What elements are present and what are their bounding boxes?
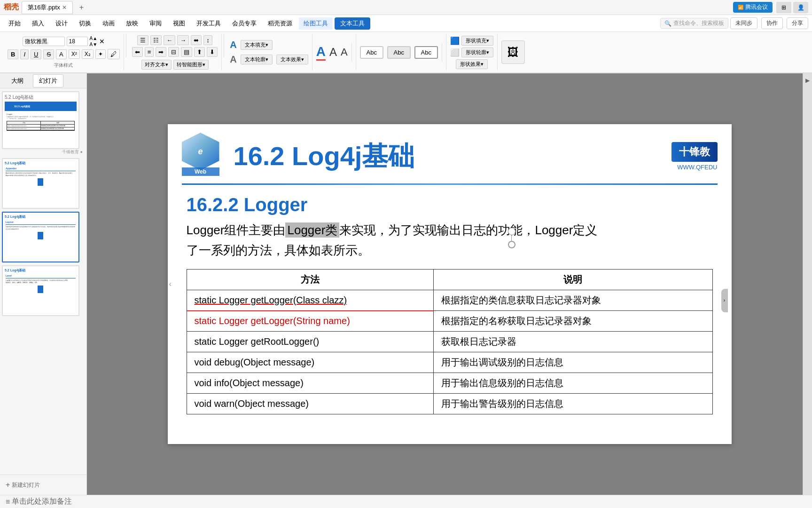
text-style-large-a[interactable]: A xyxy=(316,44,326,61)
menu-insert[interactable]: 插入 xyxy=(27,17,49,30)
wps-logo[interactable]: 稻壳 xyxy=(4,2,19,12)
font-size-up-btn[interactable]: A▲ xyxy=(90,36,98,41)
slide-canvas[interactable]: e Web 16.2 Log4j基础 十锋教 WWW.QFEDU xyxy=(168,124,732,444)
bullet-list-btn[interactable]: ☰ xyxy=(137,35,148,45)
insert-image-btn[interactable]: 🖼 xyxy=(501,40,525,64)
window-controls: ⊞ 👤 xyxy=(776,2,808,13)
italic-btn[interactable]: I xyxy=(20,49,29,59)
menu-playback[interactable]: 放映 xyxy=(121,17,143,30)
font-name-input[interactable] xyxy=(23,37,65,46)
right-collapse-handle[interactable]: › xyxy=(721,289,728,312)
superscript-btn[interactable]: X² xyxy=(69,49,80,59)
slides-list: 5.2 Log4j基础 16.2 Log4j基础 Logger Logger组件… xyxy=(0,88,86,475)
menu-devtools[interactable]: 开发工具 xyxy=(192,17,226,30)
align-center-btn[interactable]: ≡ xyxy=(145,47,154,57)
add-note-btn[interactable]: ≡ 单击此处添加备注 xyxy=(6,497,72,507)
left-scroll-indicator[interactable]: ‹ xyxy=(169,280,172,288)
align-right-btn[interactable]: ➡ xyxy=(156,47,166,57)
menu-view[interactable]: 视图 xyxy=(168,17,190,30)
menu-text-tools[interactable]: 文本工具 xyxy=(335,17,370,30)
menu-design[interactable]: 设计 xyxy=(51,17,72,30)
font-highlight-btn[interactable]: 🖊 xyxy=(108,49,120,59)
shape-effect-btn[interactable]: 形状效果▾ xyxy=(456,59,488,69)
slide-thumb-4[interactable]: 5.2 Log4j基础 Level Log4j通过Level类来定义日志级别,不… xyxy=(2,265,85,316)
slide-thumb-1[interactable]: 5.2 Log4j基础 16.2 Log4j基础 Logger Logger组件… xyxy=(2,91,85,155)
section-title-container: 16.2.2 Logger xyxy=(168,189,732,218)
right-panel-handle[interactable]: ▶ xyxy=(805,77,810,84)
ribbon-divider-4 xyxy=(442,43,442,62)
tab-close-btn[interactable]: ✕ xyxy=(62,4,67,11)
font-size-input[interactable] xyxy=(67,37,88,46)
abc-style-2[interactable]: Abc xyxy=(387,46,411,59)
doc-tab[interactable]: 第16章.pptx ✕ xyxy=(22,1,73,14)
outline-tab[interactable]: 大纲 xyxy=(6,75,29,87)
menu-start[interactable]: 开始 xyxy=(4,17,25,30)
indent-decrease-btn[interactable]: ← xyxy=(164,35,175,45)
menu-review[interactable]: 审阅 xyxy=(145,17,166,30)
abc-style-3[interactable]: Abc xyxy=(414,46,438,59)
new-tab-btn[interactable]: + xyxy=(76,1,87,14)
tencent-meeting-btn[interactable]: 📶 腾讯会议 xyxy=(733,2,773,13)
resize-handle[interactable] xyxy=(508,241,515,248)
menu-drawing-tools[interactable]: 绘图工具 xyxy=(299,17,333,30)
slide-preview-2: Appender Appender组件主要负责将日志信息追加到不同的地方,例如:… xyxy=(5,166,77,206)
menu-daoke[interactable]: 稻壳资源 xyxy=(263,17,297,30)
shape-fill-btn[interactable]: 形状填充▾ xyxy=(461,36,493,46)
font-size-down-btn[interactable]: A▼ xyxy=(90,42,98,47)
table-row-1[interactable]: static Logger getLogger(Class clazz) 根据指… xyxy=(187,290,712,310)
shape-outline-btn[interactable]: 形状轮廓▾ xyxy=(461,48,493,57)
rotation-handle[interactable] xyxy=(508,228,515,235)
logo-hexagon: e xyxy=(182,133,219,170)
menu-search-box[interactable]: 🔍 查找命令、搜索模板 xyxy=(660,18,728,29)
underline-btn[interactable]: U xyxy=(31,49,41,59)
text-style-medium-a[interactable]: A xyxy=(329,46,337,59)
sync-btn[interactable]: 未同步 xyxy=(730,17,757,29)
smart-shape-btn[interactable]: 转智能图形▾ xyxy=(173,60,209,70)
collab-btn[interactable]: 协作 xyxy=(761,17,783,29)
align-text-btn[interactable]: 对齐文本▾ xyxy=(141,60,172,70)
vert-justify-btn[interactable]: ⬇ xyxy=(207,47,218,57)
search-placeholder: 查找命令、搜索模板 xyxy=(673,19,724,27)
table-row-5[interactable]: void info(Object message) 用于输出信息级别的日志信息 xyxy=(187,373,712,393)
text-outline-btn[interactable]: 文本轮廓▾ xyxy=(241,55,273,64)
strikethrough-btn[interactable]: S xyxy=(43,49,54,59)
section-title[interactable]: 16.2.2 Logger xyxy=(187,194,713,215)
col-layout-btn[interactable]: ▤ xyxy=(181,47,192,57)
ribbon-para-row3: 对齐文本▾ 转智能图形▾ xyxy=(141,60,209,70)
menu-switch[interactable]: 切换 xyxy=(74,17,96,30)
table-row-4[interactable]: void debug(Object message) 用于输出调试级别的日志信息 xyxy=(187,352,712,373)
numbered-list-btn[interactable]: ☷ xyxy=(150,35,162,45)
text-style-small-a[interactable]: A xyxy=(341,46,348,58)
clear-format-btn[interactable]: ✕ xyxy=(99,38,105,45)
ribbon: A▲ A▼ ✕ B I U S A X² X₂ ✦ 🖊 字体样式 ☰ ☷ ← →… xyxy=(0,32,812,73)
text-fill-btn[interactable]: 文本填充▾ xyxy=(241,40,273,50)
line-spacing-btn[interactable]: ↕ xyxy=(203,35,212,45)
vert-align-btn[interactable]: ⬆ xyxy=(194,47,205,57)
user-avatar[interactable]: 👤 xyxy=(793,2,808,13)
abc-style-1[interactable]: Abc xyxy=(360,46,383,59)
char-spacing-btn[interactable]: ✦ xyxy=(95,49,106,59)
header-divider xyxy=(182,183,718,185)
bold-btn[interactable]: B xyxy=(8,49,18,59)
align-left-btn[interactable]: ⬅ xyxy=(132,47,143,57)
add-note-label: 单击此处添加备注 xyxy=(12,497,72,507)
menu-member[interactable]: 会员专享 xyxy=(227,17,261,30)
slide-header: e Web 16.2 Log4j基础 十锋教 WWW.QFEDU xyxy=(168,124,732,180)
share-btn[interactable]: 分享 xyxy=(787,17,808,29)
justify-btn[interactable]: ⊟ xyxy=(168,47,179,57)
table-row-3[interactable]: static Logger getRootLogger() 获取根日志记录器 xyxy=(187,331,712,352)
table-row-2[interactable]: static Logger getLogger(String name) 根据指… xyxy=(187,310,712,331)
align-horizontal-btn[interactable]: ⬌ xyxy=(191,35,202,45)
indent-increase-btn[interactable]: → xyxy=(177,35,189,45)
table-row-6[interactable]: void warn(Object message) 用于输出警告级别的日志信息 xyxy=(187,393,712,414)
text-effect-btn[interactable]: 文本效果▾ xyxy=(276,55,308,64)
tile-window-btn[interactable]: ⊞ xyxy=(776,2,791,13)
add-slide-btn[interactable]: + 新建幻灯片 xyxy=(3,478,84,492)
font-color-btn[interactable]: A xyxy=(56,49,67,59)
slide-thumb-2[interactable]: 5.2 Log4j基础 Appender Appender组件主要负责将日志信息… xyxy=(2,158,85,209)
body-text-container[interactable]: Logger组件主要由Logger类来实现，为了实现输出日志的功能，Logger… xyxy=(168,218,732,264)
slides-tab[interactable]: 幻灯片 xyxy=(33,74,63,87)
subscript-btn[interactable]: X₂ xyxy=(82,49,94,59)
slide-thumb-3[interactable]: 5.2 Log4j基础 Layout Layout组件用来控制日志信息的输出方式… xyxy=(2,212,85,262)
menu-animate[interactable]: 动画 xyxy=(98,17,119,30)
